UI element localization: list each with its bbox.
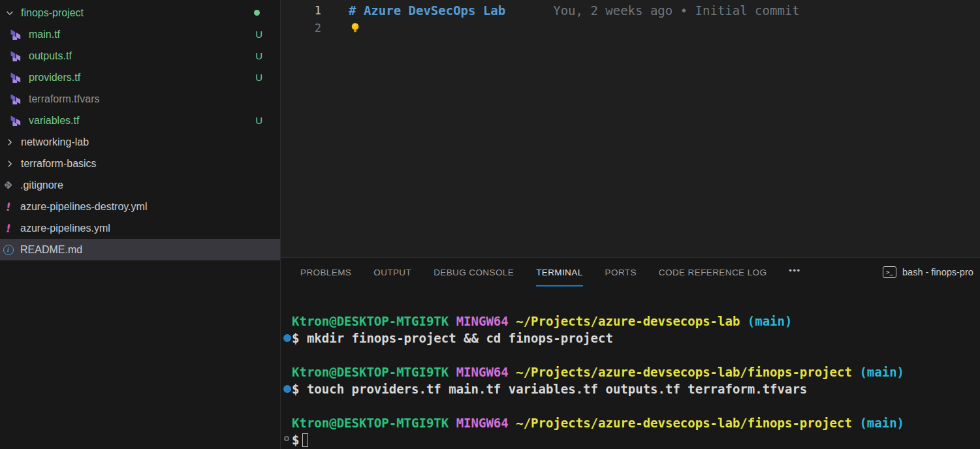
- panel-tab-bar: PROBLEMSOUTPUTDEBUG CONSOLETERMINALPORTS…: [281, 258, 980, 286]
- tree-item-label: finops-project: [21, 7, 84, 19]
- tree-item-label: main.tf: [29, 29, 60, 40]
- terminal-tab-entry[interactable]: >_ bash - finops-pro: [883, 258, 973, 286]
- main-column: 1# Azure DevSecOps LabYou, 2 weeks ago •…: [281, 0, 980, 449]
- chevron-right-icon: [5, 138, 14, 147]
- lightbulb-icon[interactable]: [350, 22, 360, 34]
- terminal-command-text: $ touch providers.tf main.tf variables.t…: [292, 382, 807, 396]
- git-modified-dot-badge: [254, 10, 260, 16]
- chevron-down-icon: [5, 8, 14, 18]
- terminal-text: (main): [859, 365, 904, 379]
- more-actions-button[interactable]: •••: [789, 258, 800, 286]
- git-untracked-badge: U: [255, 115, 262, 126]
- command-decoration-empty[interactable]: [284, 436, 289, 441]
- info-icon: i: [3, 245, 14, 255]
- terminal-blank-line: [292, 397, 980, 414]
- command-decoration-filled[interactable]: [283, 334, 291, 342]
- line-number: 1: [281, 4, 321, 17]
- code-text: # Azure DevSecOps Lab: [349, 3, 505, 18]
- tree-folder-networking-lab[interactable]: networking-lab: [0, 131, 280, 153]
- terminal-output[interactable]: Ktron@DESKTOP-MTGI9TK MINGW64 ~/Projects…: [281, 286, 980, 448]
- explorer-sidebar: finops-projectmain.tfUoutputs.tfUprovide…: [0, 0, 281, 449]
- tree-item-label: .gitignore: [20, 179, 63, 191]
- vscode-window: finops-projectmain.tfUoutputs.tfUprovide…: [0, 0, 980, 449]
- terminal-text: MINGW64: [456, 416, 516, 430]
- tree-folder-terraform-basics[interactable]: terraform-basics: [0, 153, 280, 174]
- terminal-line: Ktron@DESKTOP-MTGI9TK MINGW64 ~/Projects…: [292, 364, 980, 380]
- terminal-text: MINGW64: [456, 365, 516, 379]
- line-content: # Azure DevSecOps LabYou, 2 weeks ago • …: [349, 3, 800, 18]
- terminal-line: Ktron@DESKTOP-MTGI9TK MINGW64 ~/Projects…: [292, 313, 980, 330]
- line-content: [349, 22, 360, 34]
- chevron-right-icon: [5, 159, 14, 168]
- terminal-blank-line: [292, 347, 980, 364]
- tree-file-terraform-tfvars[interactable]: terraform.tfvars: [0, 88, 280, 110]
- terminal-command-text: $ mkdir finops-project && cd finops-proj…: [292, 331, 613, 345]
- tree-item-label: terraform-basics: [21, 158, 97, 170]
- tree-file-variables-tf[interactable]: variables.tfU: [0, 110, 280, 131]
- tree-item-label: README.md: [20, 244, 82, 256]
- line-number: 2: [281, 22, 321, 35]
- terminal-cursor: [302, 433, 308, 447]
- tree-item-label: terraform.tfvars: [29, 93, 99, 105]
- panel-tab-output[interactable]: OUTPUT: [373, 258, 411, 286]
- terminal-text: ~/Projects/azure-devsecops-lab: [516, 314, 748, 328]
- terminal-line: $ mkdir finops-project && cd finops-proj…: [292, 330, 980, 347]
- tree-file-azure-pipelines-destroy-yml[interactable]: !azure-pipelines-destroy.yml: [0, 196, 280, 217]
- git-untracked-badge: U: [255, 29, 262, 40]
- terraform-icon: [10, 29, 22, 40]
- terminal-tab-label: bash - finops-pro: [902, 267, 973, 277]
- panel-tab-debug-console[interactable]: DEBUG CONSOLE: [434, 258, 514, 286]
- git-untracked-badge: U: [255, 72, 262, 83]
- panel-tab-terminal[interactable]: TERMINAL: [536, 258, 582, 286]
- panel-tab-problems[interactable]: PROBLEMS: [300, 258, 351, 286]
- git-blame-annotation: You, 2 weeks ago • Initial commit: [553, 3, 800, 18]
- terminal-text: (main): [859, 416, 904, 430]
- terminal-text: Ktron@DESKTOP-MTGI9TK: [292, 365, 456, 379]
- tree-item-label: azure-pipelines.yml: [20, 223, 110, 234]
- terminal-line: $ touch providers.tf main.tf variables.t…: [292, 380, 980, 397]
- bottom-panel: PROBLEMSOUTPUTDEBUG CONSOLETERMINALPORTS…: [281, 257, 980, 449]
- terminal-text: (main): [748, 314, 793, 328]
- terminal-text: Ktron@DESKTOP-MTGI9TK: [292, 416, 456, 430]
- tree-file-readme-md[interactable]: iREADME.md: [0, 239, 280, 260]
- tree-item-label: networking-lab: [21, 136, 89, 148]
- terraform-icon: [10, 93, 22, 104]
- tree-item-label: azure-pipelines-destroy.yml: [20, 201, 147, 213]
- terminal-text: Ktron@DESKTOP-MTGI9TK: [292, 314, 456, 328]
- azure-pipelines-icon: !: [3, 200, 14, 213]
- tree-folder-finops-project[interactable]: finops-project: [0, 2, 280, 23]
- tree-item-label: outputs.tf: [29, 50, 72, 62]
- git-untracked-badge: U: [255, 50, 262, 61]
- panel-tab-ports[interactable]: PORTS: [605, 258, 637, 286]
- terminal-line: $: [292, 431, 980, 448]
- tree-item-label: variables.tf: [29, 115, 79, 127]
- terraform-icon: [10, 72, 22, 83]
- terminal-command-text: $: [292, 433, 299, 447]
- editor-line: 2: [281, 19, 980, 37]
- terminal-icon: >_: [883, 266, 896, 278]
- editor-pane[interactable]: 1# Azure DevSecOps LabYou, 2 weeks ago •…: [281, 0, 980, 257]
- terminal-line: Ktron@DESKTOP-MTGI9TK MINGW64 ~/Projects…: [292, 414, 980, 431]
- tree-file--gitignore[interactable]: .gitignore: [0, 174, 280, 196]
- terraform-icon: [10, 50, 22, 61]
- tree-file-outputs-tf[interactable]: outputs.tfU: [0, 45, 280, 67]
- tree-item-label: providers.tf: [29, 72, 80, 84]
- terminal-text: MINGW64: [456, 314, 516, 328]
- terminal-text: ~/Projects/azure-devsecops-lab/finops-pr…: [516, 365, 859, 379]
- azure-pipelines-icon: !: [3, 222, 14, 235]
- git-icon: [3, 180, 14, 190]
- terraform-icon: [10, 115, 22, 126]
- panel-tab-code-reference-log[interactable]: CODE REFERENCE LOG: [659, 258, 767, 286]
- terminal-text: ~/Projects/azure-devsecops-lab/finops-pr…: [516, 416, 859, 430]
- tree-file-main-tf[interactable]: main.tfU: [0, 23, 280, 45]
- tree-file-providers-tf[interactable]: providers.tfU: [0, 67, 280, 88]
- command-decoration-filled[interactable]: [283, 385, 291, 393]
- editor-line: 1# Azure DevSecOps LabYou, 2 weeks ago •…: [281, 1, 980, 19]
- tree-file-azure-pipelines-yml[interactable]: !azure-pipelines.yml: [0, 217, 280, 239]
